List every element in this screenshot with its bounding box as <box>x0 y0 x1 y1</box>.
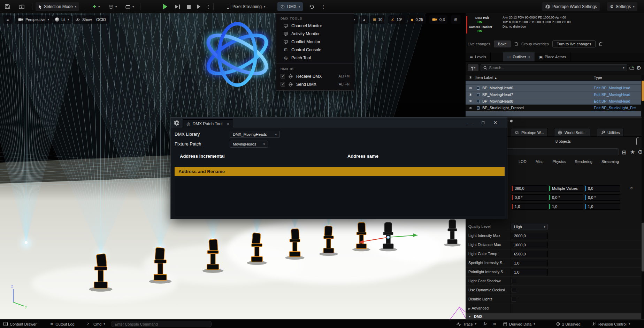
pixotope-world-settings-button[interactable]: Pixotope World Settings <box>542 2 600 11</box>
grid-status-button[interactable]: ⊞ <box>491 321 498 327</box>
tab-utilities[interactable]: Utilities <box>597 128 623 136</box>
eject-button[interactable] <box>194 2 203 11</box>
screenshot-icon[interactable]: ▲ <box>360 15 369 24</box>
outliner-row-partial[interactable] <box>466 81 641 85</box>
patch-tool-tab[interactable]: ◎ DMX Patch Tool × <box>183 119 233 128</box>
address-same-button[interactable]: Address same <box>347 154 378 159</box>
new-folder-icon[interactable] <box>629 66 634 70</box>
spotlight-intensity-field[interactable]: 1,0 <box>512 260 548 266</box>
address-incremental-button[interactable]: Address incremental <box>180 154 225 159</box>
menu-item-patch-tool[interactable]: ◎ Patch Tool <box>276 54 354 62</box>
rotation2-y-field[interactable]: 0,0 ° <box>549 194 583 201</box>
stop-button[interactable] <box>184 2 193 11</box>
bake-button[interactable]: Bake <box>494 40 511 47</box>
menu-item-conflict-monitor[interactable]: ! Conflict Monitor <box>276 38 354 46</box>
play-button[interactable] <box>160 2 170 11</box>
output-log-button[interactable]: ≣ Output Log <box>48 321 77 327</box>
turn-to-live-changes-button[interactable]: Turn to live changes <box>552 40 596 47</box>
edit-blueprint-link[interactable]: Edit BP_MovingHead <box>594 92 630 97</box>
address-and-rename-button[interactable]: Address and Rename <box>175 167 505 176</box>
scale-y-field[interactable]: 1,0 <box>549 203 583 210</box>
edit-blueprint-link[interactable]: Edit BP_StudioLight_Fre <box>594 106 636 110</box>
filter-misc[interactable]: Misc <box>536 159 544 164</box>
revision-control-dropdown[interactable]: Revision Control ▾ <box>590 321 632 327</box>
rotation-x-field[interactable]: 360,0 <box>512 185 547 192</box>
filter-lod[interactable]: LOD <box>519 159 527 164</box>
patch-tool-titlebar[interactable]: ◎ DMX Patch Tool × — □ ✕ <box>171 118 507 128</box>
favorites-star-icon[interactable]: ★ <box>630 149 635 155</box>
show-dropdown[interactable]: Show <box>72 15 95 24</box>
advanced-expander-row[interactable]: ▶ Advanced <box>466 304 641 313</box>
tab-place-actors[interactable]: ▣ Place Actors <box>535 52 571 61</box>
cinematics-button[interactable]: ▾ <box>123 2 137 11</box>
lock-icon[interactable] <box>636 138 637 145</box>
close-icon[interactable]: × <box>227 122 229 126</box>
dmx-dropdown[interactable]: DMX ▾ <box>277 2 303 11</box>
outliner-row[interactable]: BP_MovingHead7 Edit BP_MovingHead <box>466 91 641 98</box>
dynamic-occlusion-checkbox[interactable] <box>512 288 516 292</box>
settings-dropdown[interactable]: ⚙ Settings ▾ <box>607 2 637 11</box>
dmx-section-header[interactable]: ▼ DMX <box>466 313 641 319</box>
maximize-viewport-button[interactable]: ⊞ <box>451 15 461 24</box>
rotation-snap-toggle[interactable]: ∠ 10° <box>388 15 405 24</box>
add-actor-button[interactable]: + ▾ <box>90 2 102 11</box>
light-distance-max-field[interactable]: 1000,0 <box>512 242 548 248</box>
group-overrides-label[interactable]: Group overrides <box>521 42 549 46</box>
fixture-patch-dropdown[interactable]: MovingHeads ▾ <box>230 141 268 148</box>
maximize-icon[interactable]: □ <box>482 120 484 125</box>
blueprints-button[interactable]: ▾ <box>106 2 120 11</box>
save-icon[interactable] <box>2 2 13 11</box>
play-options-kebab[interactable]: ⋮ <box>204 2 214 11</box>
platforms-button[interactable] <box>307 2 317 11</box>
light-cast-shadow-checkbox[interactable] <box>512 279 516 283</box>
type-column[interactable]: Type <box>594 75 602 80</box>
outliner-row[interactable]: BP_StudioLight_Fresnel Edit BP_StudioLig… <box>466 105 641 111</box>
tab-outliner[interactable]: ⊞ Outliner × <box>503 52 535 61</box>
edit-blueprint-link[interactable]: Edit BP_MovingHead <box>594 86 630 90</box>
frame-skip-button[interactable] <box>172 2 183 11</box>
eye-icon[interactable] <box>468 87 473 89</box>
menu-item-channel-monitor[interactable]: Channel Monitor <box>276 22 354 30</box>
derived-data-dropdown[interactable]: Derived Data ▾ <box>501 321 537 327</box>
trash-icon[interactable] <box>514 42 518 46</box>
disable-lights-checkbox[interactable] <box>512 297 516 301</box>
grid-view-icon[interactable]: ⊞ <box>622 149 626 156</box>
pointlight-intensity-field[interactable]: 1,0 <box>512 269 548 275</box>
tab-levels[interactable]: ≣ Levels <box>466 52 491 61</box>
scale-x-field[interactable]: 1,0 <box>512 203 547 210</box>
rotation2-x-field[interactable]: 0,0 ° <box>512 194 547 201</box>
filter-rendering[interactable]: Rendering <box>575 159 592 164</box>
panel-scrollbar-track[interactable] <box>642 75 644 319</box>
close-icon[interactable]: × <box>528 55 530 59</box>
checkbox-checked-icon[interactable]: ✓ <box>281 82 285 87</box>
trash-icon[interactable] <box>599 42 603 46</box>
outliner-row[interactable]: BP_MovingHead6 Edit BP_MovingHead <box>466 85 641 91</box>
grid-snap-toggle[interactable]: ⊞ 10 <box>370 15 385 24</box>
tab-pixotope-world[interactable]: Pixotope W... <box>511 128 548 136</box>
eye-icon[interactable] <box>468 93 473 96</box>
scale-z-field[interactable]: 1,0 <box>585 203 620 210</box>
menu-item-send-dmx[interactable]: ✓ Send DMX ALT+N <box>276 80 354 88</box>
rotation-z-field[interactable]: 0,0 <box>585 185 620 192</box>
eye-icon[interactable] <box>468 106 473 109</box>
outliner-scrollbar-thumb[interactable] <box>642 81 644 101</box>
toolbar-kebab[interactable]: ⋮ <box>319 2 329 11</box>
speaker-icon[interactable] <box>509 119 514 123</box>
filter-physics[interactable]: Physics <box>552 159 566 164</box>
menu-item-control-console[interactable]: ⊞ Control Console <box>276 46 354 54</box>
edit-blueprint-link[interactable]: Edit BP_MovingHead <box>594 99 630 103</box>
search-box[interactable]: ▾ <box>481 64 627 71</box>
unsaved-button[interactable]: 2 Unsaved <box>554 321 583 327</box>
import-content-icon[interactable] <box>16 2 27 11</box>
filter-streaming[interactable]: Streaming <box>601 159 619 164</box>
gear-icon[interactable]: ⚙ <box>636 65 641 71</box>
cmd-dropdown[interactable]: >_ Cmd ▾ <box>85 321 107 327</box>
content-drawer-button[interactable]: Content Drawer <box>1 321 39 327</box>
refresh-button[interactable]: ↻ <box>482 321 489 327</box>
light-color-temp-field[interactable]: 6500,0 <box>512 251 548 257</box>
close-icon[interactable]: ✕ <box>493 120 497 125</box>
pixel-streaming-dropdown[interactable]: Pixel Streaming ▾ <box>223 2 268 11</box>
search-input[interactable] <box>489 66 621 70</box>
filter-button[interactable]: ▾ <box>468 64 478 71</box>
tab-world-settings[interactable]: World Setti... <box>554 128 590 136</box>
